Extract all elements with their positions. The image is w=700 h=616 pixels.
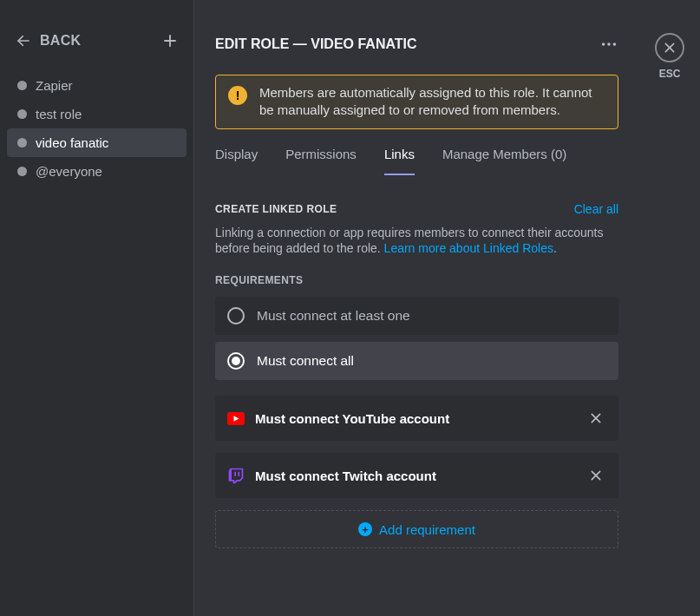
esc-label: ESC xyxy=(659,68,681,80)
tab-bar: Display Permissions Links Manage Members… xyxy=(215,147,618,176)
svg-point-4 xyxy=(607,43,611,46)
clear-all-button[interactable]: Clear all xyxy=(574,202,618,216)
radio-connect-all[interactable]: Must connect all xyxy=(215,342,618,380)
radio-label: Must connect all xyxy=(257,353,354,369)
connection-requirement-item: Must connect YouTube account xyxy=(215,396,618,441)
helper-text: Linking a connection or app requires mem… xyxy=(215,225,618,258)
connection-label: Must connect YouTube account xyxy=(255,411,575,426)
main-header: EDIT ROLE — VIDEO FANATIC xyxy=(215,35,618,54)
main-content: EDIT ROLE — VIDEO FANATIC ! Members are … xyxy=(194,0,639,616)
connection-requirement-item: Must connect Twitch account xyxy=(215,453,618,498)
remove-connection-button[interactable] xyxy=(586,465,606,486)
requirements-label: REQUIREMENTS xyxy=(215,274,618,286)
svg-rect-10 xyxy=(234,472,236,476)
warning-icon: ! xyxy=(228,86,247,105)
role-name: @everyone xyxy=(36,164,102,179)
section-header: CREATE LINKED ROLE Clear all xyxy=(215,202,618,216)
notice-text: Members are automatically assigned to th… xyxy=(259,84,605,120)
learn-more-link[interactable]: Learn more about Linked Roles xyxy=(384,241,553,255)
twitch-icon xyxy=(227,467,245,484)
svg-rect-11 xyxy=(239,472,240,476)
add-requirement-label: Add requirement xyxy=(379,522,475,537)
tab-permissions[interactable]: Permissions xyxy=(285,147,357,175)
radio-connect-at-least-one[interactable]: Must connect at least one xyxy=(215,297,618,335)
sidebar-item-role[interactable]: video fanatic xyxy=(7,128,186,157)
role-name: test role xyxy=(36,107,82,121)
back-button[interactable]: BACK xyxy=(16,33,81,49)
sidebar-item-role[interactable]: @everyone xyxy=(7,157,186,186)
section-title: CREATE LINKED ROLE xyxy=(215,203,337,215)
sidebar-header: BACK xyxy=(7,33,186,64)
arrow-left-icon xyxy=(16,33,31,49)
role-name: Zapier xyxy=(36,78,73,93)
tab-display[interactable]: Display xyxy=(215,147,258,175)
svg-point-5 xyxy=(613,43,617,46)
remove-connection-button[interactable] xyxy=(586,408,606,429)
youtube-icon xyxy=(227,410,245,427)
sidebar: BACK Zapier test role video fanatic @eve… xyxy=(0,0,194,616)
role-color-dot xyxy=(17,167,27,176)
back-label: BACK xyxy=(40,33,81,49)
add-role-button[interactable] xyxy=(162,33,178,49)
page-title: EDIT ROLE — VIDEO FANATIC xyxy=(215,36,417,52)
connection-label: Must connect Twitch account xyxy=(255,469,575,483)
role-color-dot xyxy=(17,109,27,119)
close-button[interactable] xyxy=(655,33,684,62)
auto-assigned-notice: ! Members are automatically assigned to … xyxy=(215,75,618,129)
plus-circle-icon: + xyxy=(358,522,372,536)
radio-icon xyxy=(227,307,245,324)
close-column: ESC xyxy=(639,0,700,616)
more-options-button[interactable] xyxy=(599,35,618,54)
requirement-mode-radio-group: Must connect at least one Must connect a… xyxy=(215,297,618,380)
radio-label: Must connect at least one xyxy=(257,308,410,324)
tab-links[interactable]: Links xyxy=(384,147,415,175)
radio-icon xyxy=(227,352,245,370)
role-color-dot xyxy=(17,81,27,90)
tab-manage-members[interactable]: Manage Members (0) xyxy=(442,147,566,175)
role-color-dot xyxy=(17,138,27,147)
svg-point-3 xyxy=(602,43,605,46)
sidebar-item-role[interactable]: test role xyxy=(7,100,186,128)
sidebar-item-role[interactable]: Zapier xyxy=(7,71,186,100)
role-list: Zapier test role video fanatic @everyone xyxy=(7,71,186,186)
add-requirement-button[interactable]: + Add requirement xyxy=(215,510,618,548)
role-name: video fanatic xyxy=(36,135,108,150)
